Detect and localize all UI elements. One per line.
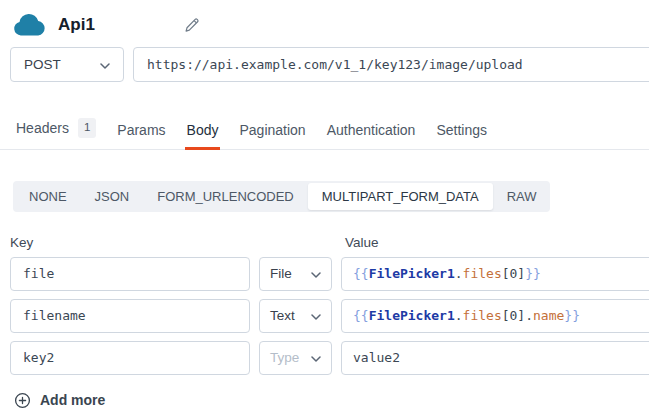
api-header: Api1 [0, 0, 649, 38]
value-input[interactable]: {{FilePicker1.files[0]}} [341, 257, 649, 291]
tab-authentication[interactable]: Authentication [325, 122, 418, 149]
value-input[interactable]: {{FilePicker1.files[0].name}} [341, 299, 649, 333]
type-select-value: Text [270, 308, 295, 323]
form-row-1: File {{FilePicker1.files[0]}} [10, 257, 649, 291]
url-input[interactable] [133, 47, 649, 82]
tab-label: Authentication [327, 122, 416, 138]
body-type-multipart-form-data[interactable]: MULTIPART_FORM_DATA [308, 183, 493, 210]
key-input[interactable] [10, 341, 250, 375]
form-row-3: Type value2 [10, 341, 649, 375]
cloud-icon [12, 12, 48, 38]
chevron-down-icon [100, 57, 110, 72]
tab-body[interactable]: Body [185, 122, 221, 149]
http-method-value: POST [24, 57, 61, 72]
tab-label: Settings [436, 122, 487, 138]
tab-label: Params [117, 122, 165, 138]
tab-params[interactable]: Params [115, 122, 167, 149]
chevron-down-icon [311, 350, 321, 365]
type-select-value: File [270, 266, 292, 281]
request-tabs: Headers 1 Params Body Pagination Authent… [0, 118, 649, 150]
chevron-down-icon [311, 308, 321, 323]
type-select-placeholder: Type [270, 350, 299, 365]
value-column-label: Value [345, 235, 379, 250]
add-more-label: Add more [40, 392, 105, 408]
http-method-select[interactable]: POST [10, 47, 124, 82]
type-select[interactable]: File [259, 257, 332, 291]
body-type-form-urlencoded[interactable]: FORM_URLENCODED [143, 183, 308, 210]
key-input[interactable] [10, 299, 250, 333]
value-input[interactable]: value2 [341, 341, 649, 375]
pencil-icon[interactable] [183, 17, 200, 34]
request-row: POST [10, 47, 649, 82]
type-select[interactable]: Type [259, 341, 332, 375]
key-column-label: Key [10, 235, 345, 250]
tab-pagination[interactable]: Pagination [237, 122, 307, 149]
page-title: Api1 [58, 15, 95, 35]
chevron-down-icon [311, 266, 321, 281]
type-select[interactable]: Text [259, 299, 332, 333]
body-type-json[interactable]: JSON [81, 183, 144, 210]
add-more-button[interactable]: Add more [14, 392, 649, 409]
headers-count-badge: 1 [78, 118, 96, 138]
body-type-selector: NONE JSON FORM_URLENCODED MULTIPART_FORM… [13, 181, 550, 212]
circle-plus-icon [14, 392, 31, 409]
tab-settings[interactable]: Settings [434, 122, 489, 149]
body-type-raw[interactable]: RAW [493, 183, 551, 210]
key-input[interactable] [10, 257, 250, 291]
tab-label: Pagination [239, 122, 305, 138]
form-row-2: Text {{FilePicker1.files[0].name}} [10, 299, 649, 333]
tab-headers[interactable]: Headers 1 [14, 118, 98, 149]
kv-column-labels: Key Value [10, 235, 649, 250]
tab-label: Headers [16, 120, 69, 136]
body-type-none[interactable]: NONE [15, 183, 81, 210]
tab-label: Body [187, 122, 219, 138]
